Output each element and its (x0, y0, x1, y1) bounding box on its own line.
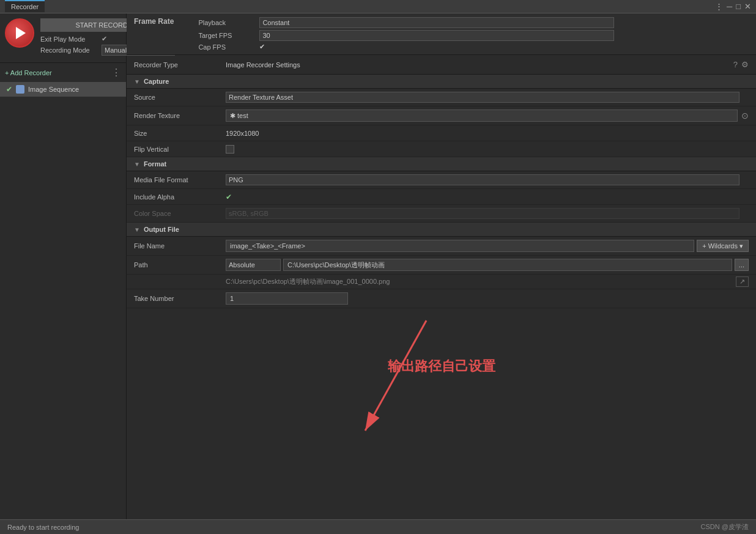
sidebar-top: START RECORDING Exit Play Mode ✔ Recordi… (0, 13, 126, 63)
playback-label: Playback (198, 19, 253, 26)
sidebar-menu-icon[interactable]: ⋮ (111, 67, 121, 78)
title-bar: Recorder ⋮ ─ □ ✕ (0, 0, 756, 13)
resolved-path-row: C:\Users\pc\Desktop\透明帧动画\image_001_0000… (127, 275, 756, 289)
render-texture-input[interactable] (226, 109, 738, 122)
title-tab[interactable]: Recorder (5, 2, 45, 11)
color-space-row: Color Space sRGB, sRGB Linear, sRGB (127, 205, 756, 223)
recorder-name-label: Image Sequence (28, 86, 79, 93)
format-arrow-icon: ▼ (134, 161, 140, 168)
include-alpha-checkbox[interactable]: ✔ (226, 193, 232, 201)
recorder-check-icon: ✔ (6, 85, 12, 94)
open-folder-button[interactable]: ↗ (736, 276, 749, 287)
menu-icon[interactable]: ⋮ (715, 2, 723, 11)
file-name-input[interactable] (226, 240, 694, 252)
source-select[interactable]: Render Texture Asset Game View Targeted … (226, 92, 739, 103)
status-bar: Ready to start recording CSDN @皮学渣 (0, 519, 756, 534)
svg-line-1 (365, 321, 426, 431)
output-file-section-title: Output File (144, 226, 179, 233)
play-area: START RECORDING Exit Play Mode ✔ Recordi… (5, 18, 121, 57)
recording-mode-label: Recording Mode (40, 46, 102, 54)
exit-play-mode-label: Exit Play Mode (40, 35, 102, 43)
target-fps-label: Target FPS (198, 32, 253, 39)
source-label: Source (134, 94, 226, 101)
window-controls: ⋮ ─ □ ✕ (715, 2, 751, 11)
close-icon[interactable]: ✕ (744, 2, 751, 11)
path-input-row: Absolute Relative ... (226, 259, 749, 271)
path-value-input[interactable] (283, 259, 732, 271)
render-texture-row: Render Texture ⊙ (127, 106, 756, 125)
render-texture-label: Render Texture (134, 112, 226, 119)
output-file-arrow-icon: ▼ (134, 226, 140, 233)
resolved-path-text: C:\Users\pc\Desktop\透明帧动画\image_001_0000… (226, 277, 733, 286)
target-fps-row: Target FPS 30 24 60 (198, 30, 749, 41)
include-alpha-label: Include Alpha (134, 193, 226, 201)
take-number-row: Take Number (127, 289, 756, 308)
settings-icon[interactable]: ⚙ (741, 60, 749, 69)
target-fps-select[interactable]: 30 24 60 (259, 30, 614, 41)
color-space-label: Color Space (134, 210, 226, 217)
flip-vertical-label: Flip Vertical (134, 146, 226, 153)
frame-rate-rows: Playback Constant Variable Target FPS 30… (198, 17, 749, 51)
help-icon[interactable]: ? (733, 60, 738, 69)
target-icon[interactable]: ⊙ (741, 111, 749, 121)
status-text: Ready to start recording (7, 524, 79, 531)
tab-recorder[interactable]: Recorder (5, 0, 45, 12)
recorder-type-row: Recorder Type Image Recorder Settings ? … (127, 55, 756, 75)
settings-panel: Recorder Type Image Recorder Settings ? … (127, 55, 756, 519)
include-alpha-row: Include Alpha ✔ (127, 189, 756, 205)
cap-fps-row: Cap FPS ✔ (198, 43, 749, 51)
recorder-type-icons: ? ⚙ (733, 60, 749, 69)
format-section-header[interactable]: ▼ Format (127, 157, 756, 171)
path-label: Path (134, 261, 226, 269)
capture-section-title: Capture (144, 78, 169, 85)
path-type-select[interactable]: Absolute Relative (226, 259, 281, 271)
annotation-text: 输出路径自己设置 (388, 357, 495, 376)
media-file-format-label: Media File Format (134, 176, 226, 184)
take-number-label: Take Number (134, 295, 226, 302)
content: Frame Rate Playback Constant Variable Ta… (127, 13, 756, 519)
list-item[interactable]: ✔ Image Sequence (0, 82, 126, 97)
main-layout: START RECORDING Exit Play Mode ✔ Recordi… (0, 13, 756, 519)
recorder-type-value: Image Recorder Settings (226, 61, 733, 69)
media-file-format-row: Media File Format PNG JPEG EXR (127, 171, 756, 189)
sidebar-header: + Add Recorder ⋮ (0, 63, 126, 82)
take-number-input[interactable] (226, 292, 348, 305)
playback-select[interactable]: Constant Variable (259, 17, 614, 28)
annotation-area: 输出路径自己设置 (127, 308, 756, 431)
format-section-title: Format (144, 160, 166, 168)
frame-rate-section: Frame Rate Playback Constant Variable Ta… (127, 13, 756, 55)
color-space-select[interactable]: sRGB, sRGB Linear, sRGB (226, 208, 739, 219)
maximize-icon[interactable]: □ (736, 2, 741, 11)
sidebar: START RECORDING Exit Play Mode ✔ Recordi… (0, 13, 127, 519)
recorder-type-label: Recorder Type (134, 61, 226, 69)
wildcards-button[interactable]: + Wildcards ▾ (697, 240, 749, 252)
minimize-icon[interactable]: ─ (727, 2, 732, 11)
output-file-section-header[interactable]: ▼ Output File (127, 223, 756, 237)
playback-row: Playback Constant Variable (198, 17, 749, 28)
capture-section-header[interactable]: ▼ Capture (127, 75, 756, 89)
path-row: Path Absolute Relative ... (127, 256, 756, 275)
file-name-input-row: + Wildcards ▾ (226, 240, 749, 252)
exit-play-mode-check: ✔ (102, 35, 107, 43)
render-texture-input-row: ⊙ (226, 109, 749, 122)
file-name-label: File Name (134, 242, 226, 250)
annotation-arrow (310, 308, 555, 480)
source-row: Source Render Texture Asset Game View Ta… (127, 89, 756, 106)
play-triangle-icon (16, 27, 26, 39)
file-name-row: File Name + Wildcards ▾ (127, 237, 756, 256)
cap-fps-label: Cap FPS (198, 43, 253, 51)
size-value: 1920x1080 (226, 130, 749, 137)
capture-arrow-icon: ▼ (134, 78, 140, 85)
size-row: Size 1920x1080 (127, 125, 756, 141)
flip-vertical-checkbox[interactable] (226, 145, 234, 154)
recorder-type-icon (16, 85, 24, 94)
flip-vertical-row: Flip Vertical (127, 141, 756, 157)
size-label: Size (134, 130, 226, 137)
play-button[interactable] (5, 18, 34, 48)
add-recorder-button[interactable]: + Add Recorder (5, 69, 52, 76)
status-credit: CSDN @皮学渣 (701, 522, 749, 532)
frame-rate-heading: Frame Rate (134, 17, 174, 26)
browse-button[interactable]: ... (735, 259, 749, 271)
cap-fps-check: ✔ (259, 43, 265, 51)
media-file-format-select[interactable]: PNG JPEG EXR (226, 174, 739, 185)
